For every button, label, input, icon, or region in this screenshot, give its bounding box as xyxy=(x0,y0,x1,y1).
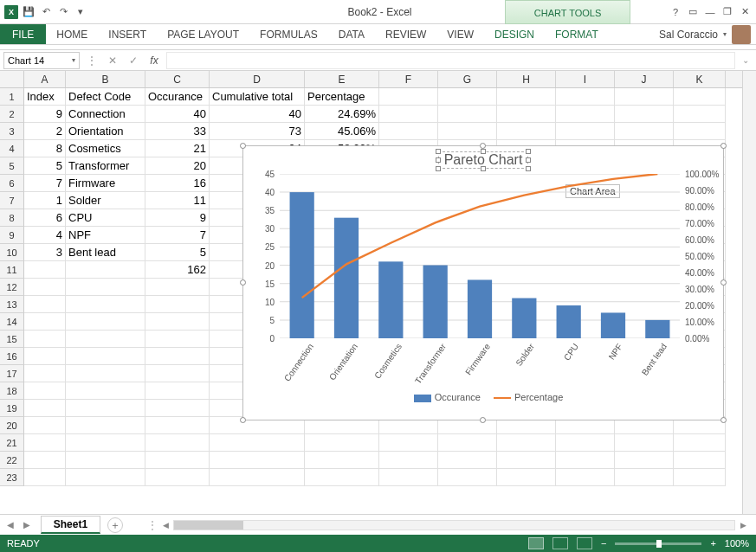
select-all[interactable] xyxy=(0,71,24,87)
cell[interactable]: 40 xyxy=(210,106,305,123)
close-icon[interactable]: ✕ xyxy=(737,4,753,20)
cell[interactable]: 3 xyxy=(24,244,66,261)
cell[interactable]: 11 xyxy=(145,192,210,209)
resize-handle[interactable] xyxy=(480,417,486,423)
cell[interactable] xyxy=(145,348,210,365)
cell[interactable] xyxy=(674,88,726,106)
ribbon-options-icon[interactable]: ▭ xyxy=(685,4,701,20)
plot-area[interactable]: 051015202530354045 0.00%10.00%20.00%30.0… xyxy=(280,174,680,338)
cell[interactable]: 8 xyxy=(24,140,66,157)
cell[interactable] xyxy=(556,434,615,452)
insert-function-icon[interactable]: fx xyxy=(145,52,163,69)
cell[interactable] xyxy=(615,123,674,140)
cell[interactable] xyxy=(556,123,615,140)
vertical-scrollbar[interactable] xyxy=(742,71,756,514)
col-G[interactable]: G xyxy=(438,71,497,87)
cell[interactable] xyxy=(674,452,726,469)
cancel-formula-icon[interactable]: ✕ xyxy=(104,52,121,69)
cell[interactable]: Solder xyxy=(66,192,145,209)
tab-home[interactable]: HOME xyxy=(46,24,98,44)
cell[interactable] xyxy=(66,382,145,400)
save-icon[interactable]: 💾 xyxy=(21,4,36,20)
zoom-in-icon[interactable]: + xyxy=(710,538,715,549)
cell[interactable] xyxy=(438,452,497,469)
cell[interactable] xyxy=(210,469,305,486)
name-box[interactable]: Chart 14▾ xyxy=(3,52,80,69)
cell[interactable]: 7 xyxy=(24,175,66,192)
resize-handle[interactable] xyxy=(480,143,486,149)
cell[interactable] xyxy=(379,452,438,469)
row-header[interactable]: 21 xyxy=(0,434,24,452)
cell[interactable]: 9 xyxy=(24,106,66,123)
cell[interactable]: 5 xyxy=(24,157,66,175)
cell[interactable]: 6 xyxy=(24,209,66,227)
row-header[interactable]: 4 xyxy=(0,140,24,157)
tab-format[interactable]: FORMAT xyxy=(545,24,609,44)
row-header[interactable]: 23 xyxy=(0,469,24,486)
resize-handle[interactable] xyxy=(720,417,727,423)
row-header[interactable]: 5 xyxy=(0,157,24,175)
cell[interactable] xyxy=(66,434,145,452)
cell[interactable] xyxy=(66,452,145,469)
cell[interactable] xyxy=(145,417,210,434)
cell[interactable]: Defect Code xyxy=(66,88,145,106)
redo-icon[interactable]: ↷ xyxy=(55,4,71,20)
cell[interactable] xyxy=(24,331,66,348)
cell[interactable] xyxy=(24,382,66,400)
row-header[interactable]: 8 xyxy=(0,209,24,227)
chart-title[interactable]: Pareto Chart xyxy=(243,146,723,170)
zoom-out-icon[interactable]: − xyxy=(601,538,606,549)
cell[interactable] xyxy=(66,365,145,382)
scroll-right-icon[interactable]: ▶ xyxy=(737,519,749,531)
cell[interactable] xyxy=(497,88,556,106)
cell[interactable] xyxy=(66,331,145,348)
col-J[interactable]: J xyxy=(615,71,674,87)
cell[interactable] xyxy=(66,348,145,365)
resize-handle[interactable] xyxy=(720,143,727,149)
cell[interactable]: 73 xyxy=(210,123,305,140)
cell[interactable]: Transformer xyxy=(66,157,145,175)
restore-icon[interactable]: ❐ xyxy=(720,4,735,20)
resize-handle[interactable] xyxy=(240,417,246,423)
minimize-icon[interactable]: — xyxy=(702,4,718,20)
cell[interactable] xyxy=(615,452,674,469)
cell[interactable] xyxy=(305,452,379,469)
cell[interactable] xyxy=(497,469,556,486)
cell[interactable] xyxy=(145,382,210,400)
tab-data[interactable]: DATA xyxy=(328,24,375,44)
cell[interactable] xyxy=(24,313,66,331)
row-header[interactable]: 16 xyxy=(0,348,24,365)
cell[interactable] xyxy=(379,106,438,123)
row-header[interactable]: 12 xyxy=(0,279,24,296)
col-H[interactable]: H xyxy=(497,71,556,87)
cell[interactable] xyxy=(24,296,66,313)
cell[interactable] xyxy=(145,365,210,382)
cell[interactable] xyxy=(438,123,497,140)
row-header[interactable]: 14 xyxy=(0,313,24,331)
cell[interactable] xyxy=(24,279,66,296)
cell[interactable] xyxy=(305,434,379,452)
cell[interactable] xyxy=(24,400,66,417)
cell[interactable] xyxy=(674,469,726,486)
view-normal-icon[interactable] xyxy=(528,537,544,549)
view-page-break-icon[interactable] xyxy=(577,537,592,549)
cell[interactable]: Index xyxy=(24,88,66,106)
col-F[interactable]: F xyxy=(379,71,438,87)
cell[interactable]: CPU xyxy=(66,209,145,227)
cell[interactable]: Cosmetics xyxy=(66,140,145,157)
tab-insert[interactable]: INSERT xyxy=(98,24,157,44)
cell[interactable] xyxy=(379,88,438,106)
cell[interactable] xyxy=(66,313,145,331)
row-header[interactable]: 3 xyxy=(0,123,24,140)
tab-review[interactable]: REVIEW xyxy=(375,24,436,44)
cell[interactable] xyxy=(145,313,210,331)
cell[interactable] xyxy=(66,417,145,434)
cell[interactable] xyxy=(66,469,145,486)
cell[interactable]: Percentage xyxy=(305,88,379,106)
cell[interactable]: Firmware xyxy=(66,175,145,192)
cell[interactable]: NPF xyxy=(66,227,145,244)
zoom-level[interactable]: 100% xyxy=(725,538,749,549)
cell[interactable]: 9 xyxy=(145,209,210,227)
cell[interactable]: 1 xyxy=(24,192,66,209)
cell[interactable] xyxy=(438,434,497,452)
